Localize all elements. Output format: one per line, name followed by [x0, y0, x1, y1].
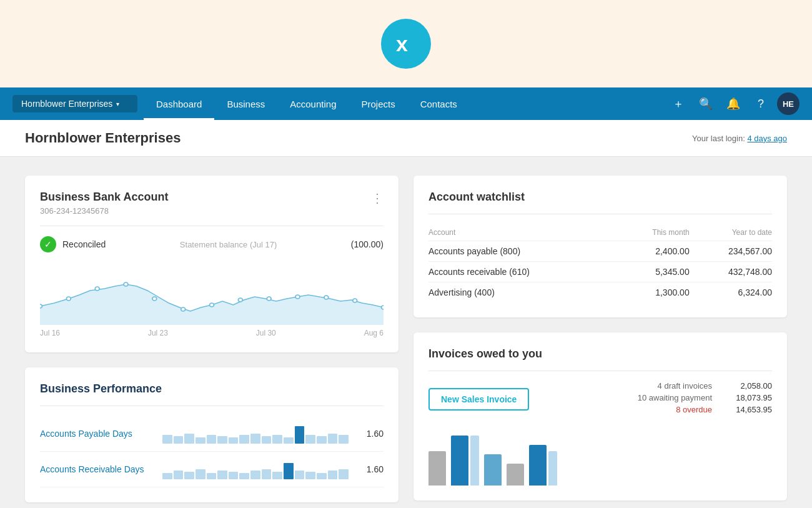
bar [272, 472, 282, 479]
bar-group [484, 454, 502, 486]
svg-point-2 [66, 297, 71, 301]
add-button[interactable]: ＋ [667, 92, 690, 115]
inv-bar [507, 464, 524, 486]
reconcile-label: Reconciled [62, 239, 106, 249]
bar [317, 473, 327, 479]
bar-group [507, 464, 524, 486]
bar [272, 435, 282, 444]
invoices-card: Invoices owed to you New Sales Invoice 4… [413, 332, 787, 501]
invoice-chart [428, 429, 772, 486]
col-year-to-date: Year to date [690, 224, 772, 241]
chart-labels: Jul 16 Jul 23 Jul 30 Aug 6 [40, 329, 384, 337]
this-month-val: 5,345.00 [620, 262, 690, 282]
avatar[interactable]: HE [777, 92, 800, 115]
bar [239, 473, 249, 479]
bar [207, 473, 217, 479]
nav-contacts[interactable]: Contacts [408, 87, 470, 120]
payable-days-bars [162, 424, 349, 444]
bank-card-title: Business Bank Account [40, 191, 384, 204]
this-month-val: 1,300.00 [620, 282, 690, 303]
bar [207, 435, 217, 444]
svg-text:x: x [396, 32, 408, 56]
svg-point-10 [295, 295, 300, 299]
right-column: Account watchlist Account This month Yea… [413, 176, 787, 502]
bar [229, 472, 239, 479]
statement-label: Statement balance (Jul 17) [180, 240, 277, 249]
search-button[interactable]: 🔍 [695, 92, 717, 115]
account-name: Accounts payable (800) [428, 241, 620, 262]
bank-account-card: ⋮ Business Bank Account 306-234-12345678… [25, 176, 399, 352]
bar [328, 434, 338, 444]
performance-card-title: Business Performance [40, 382, 384, 396]
svg-point-4 [124, 282, 128, 286]
svg-point-1 [40, 304, 42, 308]
bar [239, 435, 249, 444]
draft-label: 4 draft invoices [658, 381, 712, 391]
svg-point-11 [324, 296, 329, 299]
nav-actions: ＋ 🔍 🔔 ? HE [667, 92, 800, 115]
table-row: Accounts payable (800) 2,400.00 234,567.… [428, 241, 772, 262]
bar [250, 434, 260, 444]
bar [184, 434, 194, 444]
bar [162, 435, 172, 444]
bar [262, 436, 272, 444]
payable-days-label[interactable]: Accounts Payable Days [40, 429, 152, 439]
bar [217, 471, 227, 479]
divider [40, 406, 384, 406]
svg-point-8 [238, 298, 242, 302]
invoice-stats: 4 draft invoices 2,058.00 10 awaiting pa… [638, 381, 772, 417]
svg-point-3 [95, 287, 99, 291]
this-month-val: 2,400.00 [620, 241, 690, 262]
org-switcher[interactable]: Hornblower Enterprises ▾ [12, 95, 137, 112]
chevron-down-icon: ▾ [116, 101, 119, 107]
col-this-month: This month [620, 224, 690, 241]
inv-bar [470, 436, 479, 486]
nav-accounting[interactable]: Accounting [277, 87, 349, 120]
bar [305, 435, 315, 444]
help-button[interactable]: ? [750, 92, 772, 115]
awaiting-label: 10 awaiting payment [638, 393, 712, 402]
stat-row-draft: 4 draft invoices 2,058.00 [638, 381, 772, 391]
svg-point-13 [382, 306, 384, 309]
svg-point-5 [152, 297, 157, 301]
reconcile-icon: ✓ [40, 236, 56, 252]
account-name: Accounts receivable (610) [428, 262, 620, 282]
stat-row-overdue: 8 overdue 14,653.95 [638, 405, 772, 414]
org-name: Hornblower Enterprises [21, 99, 112, 109]
notifications-button[interactable]: 🔔 [722, 92, 745, 115]
inv-bar [529, 445, 547, 486]
card-menu-button[interactable]: ⋮ [371, 191, 384, 206]
bank-chart [40, 262, 384, 325]
main-content: ⋮ Business Bank Account 306-234-12345678… [0, 157, 812, 508]
receivable-days-label[interactable]: Accounts Receivable Days [40, 464, 152, 474]
inv-bar [428, 451, 446, 486]
new-sales-invoice-button[interactable]: New Sales Invoice [428, 388, 529, 411]
last-login: Your last login: 4 days ago [692, 134, 787, 143]
bar [196, 437, 205, 444]
table-row: Advertising (400) 1,300.00 6,324.00 [428, 282, 772, 303]
left-column: ⋮ Business Bank Account 306-234-12345678… [25, 176, 399, 502]
nav-dashboard[interactable]: Dashboard [144, 87, 214, 120]
svg-point-7 [210, 303, 214, 307]
receivable-days-bars [162, 459, 349, 479]
bar-active [284, 463, 294, 479]
bar-group [451, 436, 479, 486]
xero-logo: x [381, 19, 431, 69]
bar [184, 472, 194, 479]
bar [305, 472, 315, 479]
bar-group [428, 451, 446, 486]
bar [196, 469, 205, 479]
bar [174, 436, 184, 444]
draft-value: 2,058.00 [722, 381, 772, 391]
nav-business[interactable]: Business [214, 87, 277, 120]
nav-projects[interactable]: Projects [349, 87, 407, 120]
stat-row-awaiting: 10 awaiting payment 18,073.95 [638, 393, 772, 402]
ytd-val: 234,567.00 [690, 241, 772, 262]
statement-amount: (100.00) [351, 239, 384, 249]
bar [174, 471, 184, 479]
business-performance-card: Business Performance Accounts Payable Da… [25, 367, 399, 502]
svg-point-9 [267, 297, 271, 301]
nav-links: Dashboard Business Accounting Projects C… [144, 87, 667, 120]
svg-point-12 [353, 299, 357, 302]
last-login-link[interactable]: 4 days ago [747, 134, 787, 143]
